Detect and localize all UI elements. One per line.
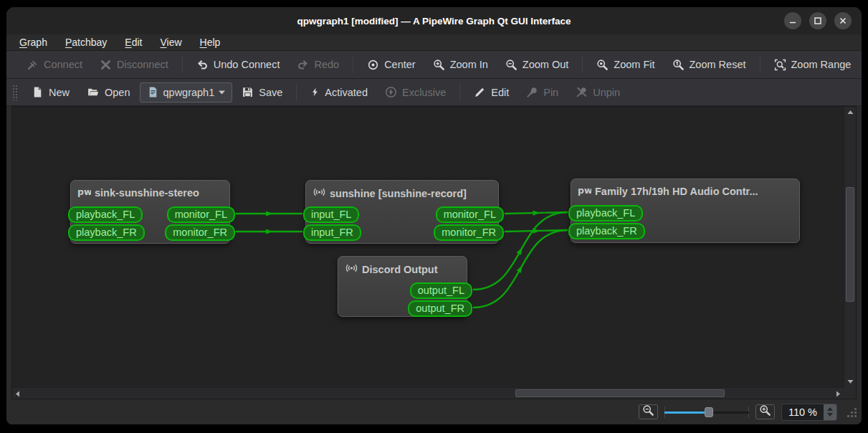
- spinbox-arrows[interactable]: [824, 404, 836, 420]
- open-icon: [87, 86, 100, 98]
- toolbar-separator: [353, 56, 353, 73]
- port-playback_FL[interactable]: playback_FL: [68, 206, 143, 223]
- zoom-range-icon: [774, 59, 786, 71]
- zoom-spinbox[interactable]: 110 %: [781, 404, 837, 421]
- toolbar-button-label: Center: [384, 59, 416, 70]
- maximize-button[interactable]: [809, 12, 826, 29]
- slider-handle[interactable]: [705, 407, 713, 417]
- titlebar[interactable]: qpwgraph1 [modified] — A PipeWire Graph …: [6, 7, 862, 34]
- patchbay-file-icon: [147, 86, 159, 98]
- minimize-button[interactable]: [784, 12, 801, 29]
- activated-icon: [310, 86, 320, 98]
- stream-icon: [345, 262, 358, 276]
- node-title-text: sunshine [sunshine-record]: [330, 188, 467, 199]
- scroll-left-button[interactable]: [12, 388, 23, 399]
- maximize-icon: [814, 16, 822, 25]
- scroll-up-button[interactable]: [844, 107, 857, 118]
- spin-down-icon[interactable]: [827, 413, 833, 417]
- connection-lines: [12, 107, 844, 387]
- zoom-fit-icon: [596, 59, 609, 71]
- zoom-fit-button[interactable]: Zoom Fit: [588, 54, 662, 75]
- close-button[interactable]: [834, 12, 852, 29]
- exclusive-button[interactable]: Exclusive: [377, 82, 454, 103]
- vertical-scroll-thumb[interactable]: [846, 187, 854, 302]
- node-title: pwFamily 17h/19h HD Audio Contr...: [571, 179, 799, 198]
- port-output_FL[interactable]: output_FL: [410, 282, 472, 299]
- statusbar-zoom-in-button[interactable]: [755, 404, 775, 419]
- scroll-right-button[interactable]: [833, 388, 844, 399]
- disconnect-icon: [100, 59, 112, 71]
- save-button[interactable]: Save: [234, 82, 290, 103]
- disconnect-button[interactable]: Disconnect: [92, 54, 176, 75]
- arrow-right-icon: [836, 391, 841, 397]
- desktop: { "window": { "title": "qpwgraph1 [modif…: [0, 0, 868, 433]
- node-sink-sunshine-stereo[interactable]: pwsink-sunshine-stereoplayback_FLplaybac…: [70, 180, 230, 244]
- zoom-range-button[interactable]: Zoom Range: [766, 54, 859, 75]
- toolbar-file: NewOpenqpwgraph1SaveActivatedExclusiveEd…: [6, 79, 862, 106]
- pin-button[interactable]: Pin: [518, 82, 566, 103]
- vertical-scrollbar[interactable]: [844, 107, 856, 387]
- node-title-text: Discord Output: [362, 264, 438, 275]
- port-playback_FR[interactable]: playback_FR: [568, 223, 645, 239]
- activated-button[interactable]: Activated: [302, 82, 376, 103]
- connection-monitor_FL-to-playback_FL[interactable]: [505, 212, 568, 214]
- toolbar-handle[interactable]: [12, 85, 17, 100]
- connection-arrow-icon: [533, 229, 540, 234]
- connection-arrow-icon: [266, 211, 273, 216]
- node-discord-output[interactable]: Discord Outputoutput_FLoutput_FR: [338, 256, 467, 317]
- node-title: Discord Output: [338, 257, 467, 276]
- port-monitor_FL[interactable]: monitor_FL: [436, 206, 504, 223]
- toolbar-button-label: Zoom Reset: [690, 59, 746, 70]
- window-title: qpwgraph1 [modified] — A PipeWire Graph …: [297, 16, 571, 27]
- node-title-text: sink-sunshine-stereo: [95, 187, 199, 199]
- connection-monitor_FR-to-playback_FR[interactable]: [505, 230, 568, 232]
- zoom-in-button[interactable]: Zoom In: [425, 54, 496, 75]
- spin-up-icon[interactable]: [827, 407, 833, 411]
- center-button[interactable]: Center: [359, 54, 424, 75]
- svg-text:pw: pw: [578, 185, 591, 196]
- edit-button[interactable]: Edit: [466, 82, 517, 103]
- open-button[interactable]: Open: [79, 82, 138, 103]
- zoom-out-button[interactable]: Zoom Out: [497, 54, 576, 75]
- statusbar-zoom-out-button[interactable]: [639, 404, 658, 419]
- node-sunshine[interactable]: sunshine [sunshine-record]input_FLinput_…: [305, 180, 499, 244]
- window-controls: [784, 12, 852, 29]
- horizontal-scroll-thumb[interactable]: [515, 389, 725, 397]
- resize-grip[interactable]: [846, 407, 857, 421]
- port-monitor_FR[interactable]: monitor_FR: [434, 224, 504, 241]
- zoom-in-icon: [759, 404, 771, 419]
- node-title-text: Family 17h/19h HD Audio Contr...: [595, 186, 758, 197]
- menu-graph[interactable]: Graph: [19, 37, 47, 48]
- node-title: sunshine [sunshine-record]: [306, 181, 498, 200]
- connect-button[interactable]: Connect: [19, 54, 90, 75]
- port-monitor_FL[interactable]: monitor_FL: [167, 206, 235, 223]
- port-input_FL[interactable]: input_FL: [303, 206, 359, 223]
- menu-patchbay[interactable]: Patchbay: [65, 37, 107, 48]
- port-input_FR[interactable]: input_FR: [303, 224, 361, 241]
- port-output_FR[interactable]: output_FR: [408, 300, 472, 317]
- toolbar-button-label: Undo Connect: [214, 59, 280, 70]
- undo-connect-button[interactable]: Undo Connect: [189, 54, 288, 75]
- minimize-icon: [788, 16, 797, 25]
- connection-arrow-icon: [517, 265, 523, 272]
- zoom-level-value: 110 %: [782, 404, 824, 420]
- scroll-down-button[interactable]: [844, 376, 857, 387]
- zoom-reset-button[interactable]: Zoom Reset: [664, 54, 754, 75]
- toolbar-separator: [296, 84, 297, 101]
- menu-view[interactable]: View: [160, 37, 181, 48]
- redo-button[interactable]: Redo: [289, 54, 347, 75]
- toolbar-separator: [459, 84, 460, 101]
- port-playback_FR[interactable]: playback_FR: [68, 224, 145, 241]
- node-family-hd-audio[interactable]: pwFamily 17h/19h HD Audio Contr...playba…: [571, 179, 800, 243]
- new-button[interactable]: New: [24, 82, 77, 103]
- port-monitor_FR[interactable]: monitor_FR: [165, 224, 235, 241]
- port-playback_FL[interactable]: playback_FL: [568, 205, 643, 222]
- graph-canvas[interactable]: pwsink-sunshine-stereoplayback_FLplaybac…: [12, 107, 844, 387]
- unpin-button[interactable]: Unpin: [568, 82, 628, 103]
- zoom-out-icon: [642, 404, 654, 419]
- qpwgraph1-dropdown[interactable]: qpwgraph1: [140, 82, 233, 103]
- zoom-slider[interactable]: [664, 404, 749, 420]
- menu-help[interactable]: Help: [200, 37, 221, 48]
- menu-edit[interactable]: Edit: [125, 37, 142, 48]
- horizontal-scrollbar[interactable]: [12, 387, 844, 399]
